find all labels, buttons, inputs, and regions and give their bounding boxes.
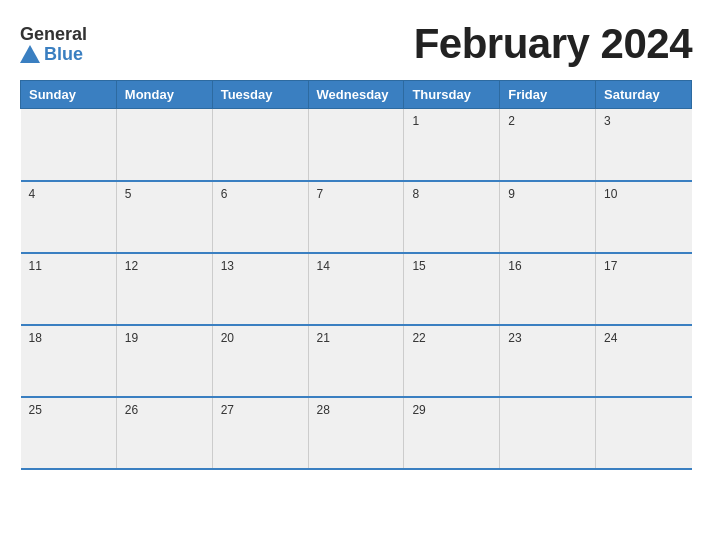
day-number: 26 bbox=[125, 403, 138, 417]
day-number: 5 bbox=[125, 187, 132, 201]
weekday-row: Sunday Monday Tuesday Wednesday Thursday… bbox=[21, 81, 692, 109]
calendar-day-cell bbox=[21, 109, 117, 181]
day-number: 21 bbox=[317, 331, 330, 345]
day-number: 22 bbox=[412, 331, 425, 345]
calendar-day-cell bbox=[500, 397, 596, 469]
day-number: 13 bbox=[221, 259, 234, 273]
day-number: 4 bbox=[29, 187, 36, 201]
col-sunday: Sunday bbox=[21, 81, 117, 109]
day-number: 16 bbox=[508, 259, 521, 273]
day-number: 17 bbox=[604, 259, 617, 273]
calendar-day-cell: 27 bbox=[212, 397, 308, 469]
day-number: 11 bbox=[29, 259, 42, 273]
calendar-table: Sunday Monday Tuesday Wednesday Thursday… bbox=[20, 80, 692, 470]
logo-blue-bar: Blue bbox=[20, 45, 83, 63]
day-number: 25 bbox=[29, 403, 42, 417]
calendar-day-cell: 16 bbox=[500, 253, 596, 325]
calendar-page: General Blue February 2024 Sunday Monday… bbox=[0, 0, 712, 550]
day-number: 29 bbox=[412, 403, 425, 417]
calendar-day-cell: 19 bbox=[116, 325, 212, 397]
calendar-day-cell: 17 bbox=[596, 253, 692, 325]
calendar-day-cell: 14 bbox=[308, 253, 404, 325]
logo: General Blue bbox=[20, 25, 87, 63]
calendar-day-cell: 6 bbox=[212, 181, 308, 253]
calendar-day-cell: 8 bbox=[404, 181, 500, 253]
day-number: 24 bbox=[604, 331, 617, 345]
calendar-day-cell: 29 bbox=[404, 397, 500, 469]
day-number: 19 bbox=[125, 331, 138, 345]
calendar-day-cell bbox=[308, 109, 404, 181]
day-number: 15 bbox=[412, 259, 425, 273]
day-number: 27 bbox=[221, 403, 234, 417]
day-number: 2 bbox=[508, 114, 515, 128]
day-number: 12 bbox=[125, 259, 138, 273]
calendar-day-cell: 5 bbox=[116, 181, 212, 253]
logo-general-text: General bbox=[20, 25, 87, 43]
calendar-day-cell: 9 bbox=[500, 181, 596, 253]
calendar-header: Sunday Monday Tuesday Wednesday Thursday… bbox=[21, 81, 692, 109]
calendar-day-cell: 4 bbox=[21, 181, 117, 253]
day-number: 1 bbox=[412, 114, 419, 128]
day-number: 10 bbox=[604, 187, 617, 201]
day-number: 7 bbox=[317, 187, 324, 201]
calendar-day-cell: 1 bbox=[404, 109, 500, 181]
day-number: 3 bbox=[604, 114, 611, 128]
day-number: 23 bbox=[508, 331, 521, 345]
day-number: 28 bbox=[317, 403, 330, 417]
calendar-week-row: 123 bbox=[21, 109, 692, 181]
calendar-week-row: 18192021222324 bbox=[21, 325, 692, 397]
calendar-day-cell: 7 bbox=[308, 181, 404, 253]
col-friday: Friday bbox=[500, 81, 596, 109]
day-number: 20 bbox=[221, 331, 234, 345]
col-monday: Monday bbox=[116, 81, 212, 109]
calendar-day-cell: 3 bbox=[596, 109, 692, 181]
calendar-day-cell: 18 bbox=[21, 325, 117, 397]
calendar-day-cell: 13 bbox=[212, 253, 308, 325]
calendar-day-cell: 22 bbox=[404, 325, 500, 397]
col-saturday: Saturday bbox=[596, 81, 692, 109]
calendar-title: February 2024 bbox=[414, 20, 692, 68]
calendar-day-cell bbox=[116, 109, 212, 181]
calendar-day-cell: 15 bbox=[404, 253, 500, 325]
logo-triangle-icon bbox=[20, 45, 40, 63]
calendar-body: 1234567891011121314151617181920212223242… bbox=[21, 109, 692, 469]
calendar-day-cell: 25 bbox=[21, 397, 117, 469]
day-number: 14 bbox=[317, 259, 330, 273]
calendar-day-cell: 10 bbox=[596, 181, 692, 253]
day-number: 8 bbox=[412, 187, 419, 201]
calendar-day-cell: 23 bbox=[500, 325, 596, 397]
calendar-day-cell: 24 bbox=[596, 325, 692, 397]
calendar-day-cell: 11 bbox=[21, 253, 117, 325]
col-thursday: Thursday bbox=[404, 81, 500, 109]
calendar-day-cell: 28 bbox=[308, 397, 404, 469]
calendar-day-cell: 21 bbox=[308, 325, 404, 397]
day-number: 6 bbox=[221, 187, 228, 201]
calendar-day-cell: 26 bbox=[116, 397, 212, 469]
day-number: 18 bbox=[29, 331, 42, 345]
calendar-day-cell: 20 bbox=[212, 325, 308, 397]
calendar-day-cell bbox=[596, 397, 692, 469]
calendar-week-row: 45678910 bbox=[21, 181, 692, 253]
calendar-week-row: 11121314151617 bbox=[21, 253, 692, 325]
header: General Blue February 2024 bbox=[20, 20, 692, 68]
col-wednesday: Wednesday bbox=[308, 81, 404, 109]
calendar-week-row: 2526272829 bbox=[21, 397, 692, 469]
calendar-day-cell: 12 bbox=[116, 253, 212, 325]
col-tuesday: Tuesday bbox=[212, 81, 308, 109]
day-number: 9 bbox=[508, 187, 515, 201]
logo-blue-text: Blue bbox=[44, 45, 83, 63]
calendar-day-cell: 2 bbox=[500, 109, 596, 181]
calendar-day-cell bbox=[212, 109, 308, 181]
